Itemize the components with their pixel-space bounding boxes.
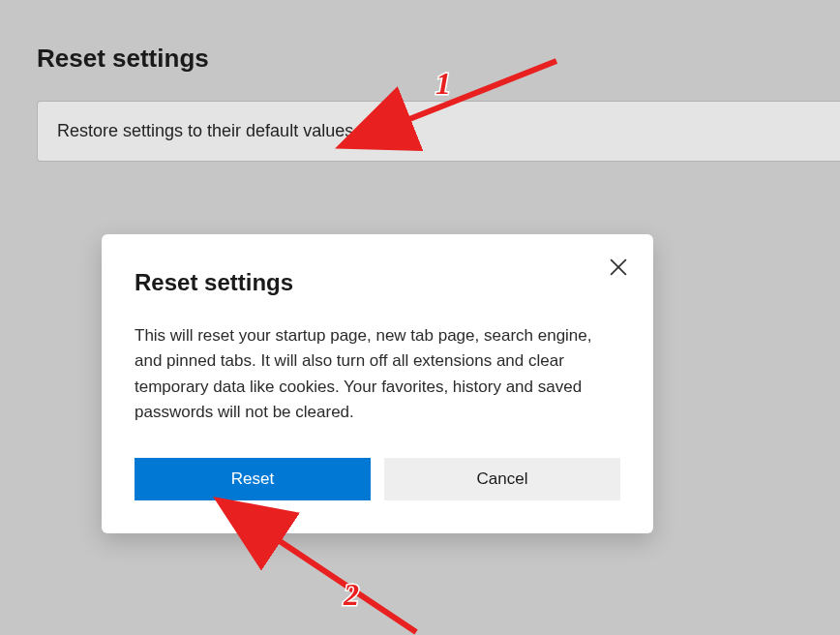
reset-button[interactable]: Reset [135,458,371,500]
annotation-arrow-2: 2 [252,518,435,635]
close-button[interactable] [603,252,634,283]
dialog-body-text: This will reset your startup page, new t… [135,323,620,425]
restore-settings-row[interactable]: Restore settings to their default values [37,101,840,162]
restore-settings-label: Restore settings to their default values [57,121,353,140]
dialog-title: Reset settings [135,269,620,296]
cancel-button[interactable]: Cancel [384,458,620,500]
page-title: Reset settings [0,0,840,74]
close-icon [610,258,627,276]
reset-settings-dialog: Reset settings This will reset your star… [102,234,653,533]
dialog-button-row: Reset Cancel [135,458,620,500]
svg-line-5 [271,535,416,632]
annotation-label-2: 2 [343,577,359,612]
